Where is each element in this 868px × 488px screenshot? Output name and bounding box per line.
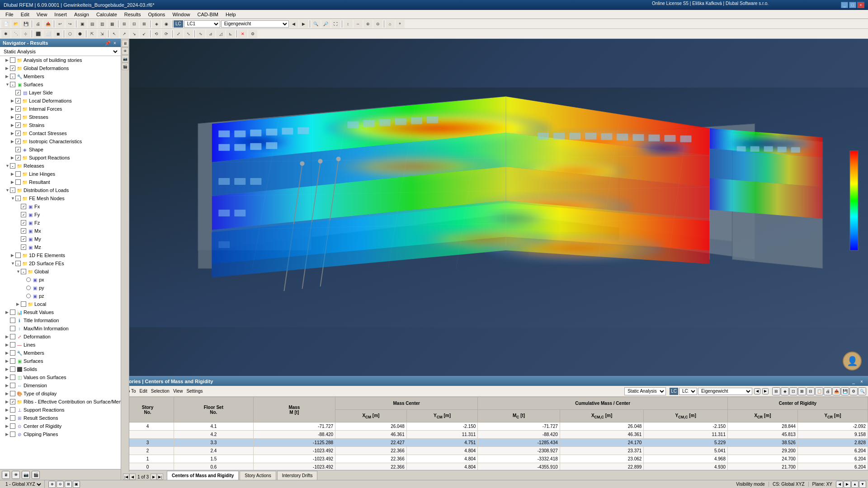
table-scroll-area[interactable]: StoryNo. Floor SetNo. MassM [t] Mass Cen… [121,397,868,470]
tb2-btn-3[interactable]: ⊹ [21,30,30,38]
menu-calculate[interactable]: Calculate [93,11,121,18]
tree-item-type-display[interactable]: ▶ 🎨 Type of display [0,389,121,398]
tb2-btn-10[interactable]: ⇲ [98,30,107,38]
bp-view-btn[interactable]: View [172,389,184,394]
chk-title-info[interactable] [10,318,15,323]
lc-selector[interactable]: LC1 [184,20,220,28]
chk-support-surf[interactable] [15,155,21,160]
lc-name-selector[interactable]: Eigengewicht [221,20,289,28]
tab-interstory-drifts[interactable]: Interstory Drifts [277,471,318,480]
tree-item-resultant[interactable]: ▶ 📁 Resultant [0,178,121,186]
tb2-btn-20[interactable]: ⊿ [206,30,215,38]
nav-eye-btn[interactable]: 👁 [12,471,20,479]
sb-right-4[interactable]: ▼ [859,481,866,488]
bp-tb-9[interactable]: 💾 [841,387,849,395]
tree-item-analysis-building[interactable]: ▶ 📁 Analysis of building stories [0,56,121,64]
tab-story-actions[interactable]: Story Actions [240,471,276,480]
tb-btn-4[interactable]: ▦ [108,20,117,28]
tb-btn-13[interactable]: ↕ [344,20,353,28]
tree-item-contact-stresses[interactable]: ▶ 📁 Contact Stresses [0,129,121,137]
tree-item-members[interactable]: ▶ 🔧 Members [0,72,121,80]
nav-pin-btn[interactable]: 📌 [104,40,111,46]
bp-tb-6[interactable]: 📋 [815,387,823,395]
coordinate-system-select[interactable]: 1 - Global XYZ [4,481,42,488]
tb-btn-15[interactable]: ⊕ [363,20,373,28]
tree-item-maxmin[interactable]: ↕ Max/Min Information [0,324,121,333]
tb-btn-8[interactable]: ◈ [152,20,161,28]
tb-btn-17[interactable]: ⌂ [386,20,395,28]
chk-analysis-building[interactable] [10,57,15,63]
table-row[interactable]: 44.1-71.72726.048-2.150-71.72726.048-2.1… [122,422,868,431]
tree-item-my[interactable]: ▣ My [0,235,121,243]
chk-values-surfaces[interactable] [10,375,15,380]
bp-selection-btn[interactable]: Selection [150,389,170,394]
tb2-btn-16[interactable]: ⟳ [162,30,171,38]
chk-releases[interactable] [10,163,15,169]
chk-fx[interactable] [21,204,26,209]
chk-local[interactable] [21,301,26,307]
tb-btn-16[interactable]: ⊖ [373,20,382,28]
chk-global-deformations[interactable] [10,66,15,71]
bp-lc-selector[interactable]: LC1 [679,388,697,395]
table-row[interactable]: 4.2-88.42046.36111.311-88.42046.36111.31… [122,431,868,439]
bp-prev-btn[interactable]: ◀ [754,388,760,394]
tree-item-support-react-nav[interactable]: ▶ ⊥ Support Reactions [0,406,121,414]
tb2-btn-6[interactable]: ◼ [53,30,62,38]
chk-global[interactable] [21,269,26,274]
bp-tb-10[interactable]: ⚙ [849,387,858,395]
sb-btn-3[interactable]: ⊠ [65,481,72,488]
menu-window[interactable]: Window [169,11,193,18]
tb2-btn-17[interactable]: ⤢ [174,30,183,38]
tb2-btn-9[interactable]: ⇱ [88,30,97,38]
tree-item-fe-mesh[interactable]: ▼ 📁 FE Mesh Nodes [0,194,121,202]
bp-next-btn[interactable]: ▶ [762,388,769,394]
lt-btn-2[interactable]: 👁 [122,47,129,55]
tb2-btn-22[interactable]: ⊾ [226,30,235,38]
bp-tb-8[interactable]: 📤 [832,387,840,395]
bp-edit-btn[interactable]: Edit [139,389,148,394]
chk-support-nav[interactable] [10,407,15,413]
nav-close-btn[interactable]: × [112,40,118,46]
tb2-btn-18[interactable]: ⤡ [184,30,193,38]
tb-btn-2[interactable]: ▤ [88,20,97,28]
tb-save[interactable]: 💾 [21,20,30,28]
tb2-edit-btn[interactable]: ✕ [238,30,247,38]
page-first-btn[interactable]: |◀ [123,474,129,480]
tb-export[interactable]: 📤 [43,20,52,28]
menu-edit[interactable]: Edit [17,11,33,18]
chk-maxmin[interactable] [10,326,15,331]
tree-item-lines[interactable]: ▶ — Lines [0,341,121,349]
tree-item-dist-loads[interactable]: ▼ 📁 Distribution of Loads [0,186,121,194]
chk-type-display[interactable] [10,391,15,396]
tree-item-ribs-effective[interactable]: ▶ 📁 Ribs - Effective Contribution on Sur… [0,398,121,406]
chk-layer-side[interactable] [15,90,21,95]
tb2-btn-19[interactable]: ∿ [196,30,205,38]
radio-py-global[interactable] [26,286,31,290]
tb-btn-7[interactable]: ⊠ [140,20,149,28]
tree-item-px-global[interactable]: ▣ px [0,276,121,284]
sb-right-1[interactable]: ◀ [836,481,843,488]
tree-item-deformation[interactable]: ▶ ⤢ Deformation [0,333,121,341]
page-last-btn[interactable]: ▶| [157,474,163,480]
tb-open[interactable]: 📂 [11,20,20,28]
tree-item-shape[interactable]: ◈ Shape [0,145,121,154]
minimize-btn[interactable]: _ [841,2,848,8]
status-cs-selector[interactable]: 1 - Global XYZ [2,480,45,488]
lt-btn-1[interactable]: 🖥 [122,40,129,47]
tree-item-layer-side[interactable]: ▤ Layer Side [0,89,121,97]
menu-results[interactable]: Results [121,11,145,18]
chk-mz[interactable] [21,244,26,250]
tree-item-members-nav[interactable]: ▶ 🔧 Members [0,349,121,357]
bp-tb-1[interactable]: ⊞ [772,387,780,395]
menu-insert[interactable]: Insert [51,11,71,18]
nav-camera-btn[interactable]: 📷 [22,471,30,479]
tb-btn-14[interactable]: ↔ [354,20,363,28]
tree-item-result-values[interactable]: ▶ 📊 Result Values [0,308,121,316]
tree-item-values-surfaces[interactable]: ▶ ◫ Values on Surfaces [0,373,121,381]
tree-item-py-global[interactable]: ▣ py [0,284,121,292]
bp-settings-btn[interactable]: Settings [185,389,203,394]
nav-analysis-select[interactable]: Static Analysis [2,47,119,56]
chk-clipping[interactable] [10,432,15,437]
table-row[interactable]: 00.6-1023.49222.3664.804-4355.91022.8994… [122,463,868,470]
tb-btn-6[interactable]: ⊟ [130,20,139,28]
